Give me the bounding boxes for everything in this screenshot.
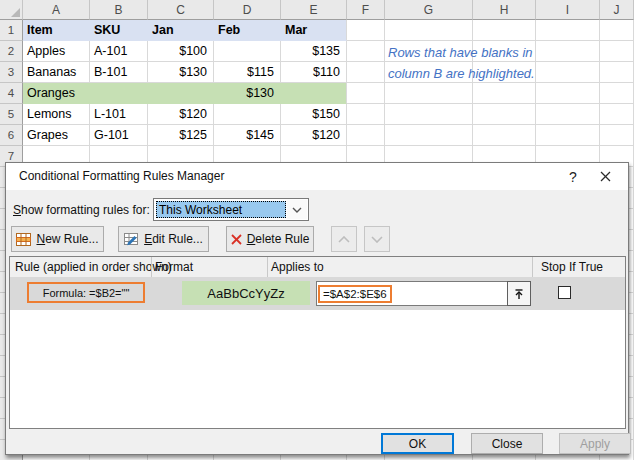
cell-I6[interactable] <box>536 125 600 146</box>
stop-if-true-checkbox[interactable] <box>558 286 571 299</box>
cell-F6[interactable] <box>347 125 385 146</box>
cell-J3[interactable] <box>600 62 634 83</box>
cell-G1[interactable] <box>385 20 473 41</box>
applies-to-input[interactable]: =$A$2:$E$6 <box>316 281 508 306</box>
apply-button[interactable]: Apply <box>559 433 631 454</box>
col-header-B[interactable]: B <box>90 0 148 20</box>
cell-B3[interactable]: B-101 <box>90 62 148 83</box>
cell-H6[interactable] <box>473 125 536 146</box>
col-header-F[interactable]: F <box>347 0 385 20</box>
cell-I1[interactable] <box>536 20 600 41</box>
cell-J4[interactable] <box>600 83 634 104</box>
cell-C6[interactable]: $125 <box>148 125 214 146</box>
cell-B2[interactable]: A-101 <box>90 41 148 62</box>
cell-E5[interactable]: $150 <box>281 104 347 125</box>
scope-dropdown[interactable]: This Worksheet <box>153 198 309 221</box>
cell-F3[interactable] <box>347 62 385 83</box>
cell-H5[interactable] <box>473 104 536 125</box>
cell-I3[interactable] <box>536 62 600 83</box>
ok-button[interactable]: OK <box>381 433 454 454</box>
delete-rule-button[interactable]: Delete Rule <box>226 226 314 252</box>
cell-E3[interactable]: $110 <box>281 62 347 83</box>
cell-A6[interactable]: Grapes <box>23 125 90 146</box>
close-dialog-button[interactable]: Close <box>471 433 543 454</box>
cell-J5[interactable] <box>600 104 634 125</box>
row-header-1[interactable]: 1 <box>0 20 23 41</box>
cell-D6[interactable]: $145 <box>214 125 281 146</box>
rule-row-selected[interactable]: Formula: =$B2="" AaBbCcYyZz =$A$2:$E$6 <box>10 277 625 310</box>
cell-J6[interactable] <box>600 125 634 146</box>
move-rule-up-button[interactable] <box>331 226 357 252</box>
rule-formula-chip[interactable]: Formula: =$B2="" <box>27 282 145 303</box>
cell-G5[interactable] <box>385 104 473 125</box>
close-label: Close <box>492 437 523 451</box>
move-rule-down-button[interactable] <box>364 226 390 252</box>
rules-list-header: Rule (applied in order shown) Format App… <box>10 257 625 278</box>
cell-F2[interactable] <box>347 41 385 62</box>
cell-D1[interactable]: Feb <box>214 20 281 41</box>
collapse-dialog-button[interactable] <box>507 281 531 306</box>
chevron-up-icon <box>338 236 350 243</box>
row-header-4[interactable]: 4 <box>0 83 23 104</box>
cell-C1[interactable]: Jan <box>148 20 214 41</box>
col-header-E[interactable]: E <box>281 0 347 20</box>
cell-A3[interactable]: Bananas <box>23 62 90 83</box>
cell-F1[interactable] <box>347 20 385 41</box>
cell-B6[interactable]: G-101 <box>90 125 148 146</box>
cell-C5[interactable]: $120 <box>148 104 214 125</box>
col-header-D[interactable]: D <box>214 0 281 20</box>
header-applies-to: Applies to <box>271 257 324 277</box>
cell-E2[interactable]: $135 <box>281 41 347 62</box>
cell-F5[interactable] <box>347 104 385 125</box>
help-button[interactable]: ? <box>558 163 588 190</box>
cell-D5[interactable] <box>214 104 281 125</box>
cell-H1[interactable] <box>473 20 536 41</box>
cell-E1[interactable]: Mar <box>281 20 347 41</box>
cell-E4[interactable] <box>281 83 347 104</box>
cell-A1[interactable]: Item <box>23 20 90 41</box>
cell-D2[interactable] <box>214 41 281 62</box>
cell-C2[interactable]: $100 <box>148 41 214 62</box>
select-all-corner[interactable] <box>0 0 23 20</box>
row-header-3[interactable]: 3 <box>0 62 23 83</box>
cell-B1[interactable]: SKU <box>90 20 148 41</box>
cell-A5[interactable]: Lemons <box>23 104 90 125</box>
close-button[interactable] <box>590 163 620 190</box>
cell-I2[interactable] <box>536 41 600 62</box>
chevron-down-icon <box>292 207 302 213</box>
col-header-A[interactable]: A <box>23 0 90 20</box>
scope-dropdown-arrow[interactable] <box>287 200 307 219</box>
cell-C3[interactable]: $130 <box>148 62 214 83</box>
cell-I5[interactable] <box>536 104 600 125</box>
col-header-C[interactable]: C <box>148 0 214 20</box>
cell-A2[interactable]: Apples <box>23 41 90 62</box>
row-header-2[interactable]: 2 <box>0 41 23 62</box>
rule-format-preview[interactable]: AaBbCcYyZz <box>182 281 310 305</box>
cell-I4[interactable] <box>536 83 600 104</box>
cell-C4[interactable] <box>148 83 214 104</box>
row-header-6[interactable]: 6 <box>0 125 23 146</box>
dialog-titlebar[interactable]: Conditional Formatting Rules Manager ? <box>6 163 628 190</box>
col-header-I[interactable]: I <box>536 0 600 20</box>
col-header-G[interactable]: G <box>385 0 473 20</box>
cell-D4[interactable]: $130 <box>214 83 281 104</box>
cell-H4[interactable] <box>473 83 536 104</box>
cell-F4[interactable] <box>347 83 385 104</box>
cell-G6[interactable] <box>385 125 473 146</box>
column-divider <box>267 257 268 277</box>
cell-J2[interactable] <box>600 41 634 62</box>
edit-rule-button[interactable]: Edit Rule... <box>118 226 209 252</box>
col-header-H[interactable]: H <box>473 0 536 20</box>
sheet-row-3: 3BananasB-101$130$115$110 <box>0 62 634 83</box>
cell-E6[interactable]: $120 <box>281 125 347 146</box>
cell-J1[interactable] <box>600 20 634 41</box>
col-header-J[interactable]: J <box>600 0 634 20</box>
row-header-5[interactable]: 5 <box>0 104 23 125</box>
cell-A4[interactable]: Oranges <box>23 83 90 104</box>
cell-G4[interactable] <box>385 83 473 104</box>
cell-B5[interactable]: L-101 <box>90 104 148 125</box>
cell-B4[interactable] <box>90 83 148 104</box>
delete-rule-icon <box>231 234 242 245</box>
new-rule-button[interactable]: New Rule... <box>11 226 104 252</box>
cell-D3[interactable]: $115 <box>214 62 281 83</box>
